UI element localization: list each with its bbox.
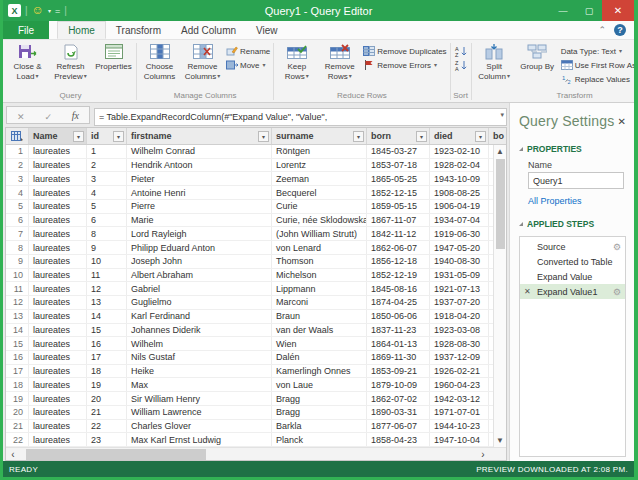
help-icon[interactable]: ?	[614, 24, 626, 36]
table-cell[interactable]: Planck	[272, 433, 367, 446]
keep-rows-button[interactable]: Keep Rows	[275, 41, 318, 90]
table-row[interactable]: 1laureates1Wilhelm ConradRöntgen1845-03-…	[6, 145, 506, 159]
table-row[interactable]: 4laureates4Antoine HenriBecquerel1852-12…	[6, 186, 506, 200]
move-button[interactable]: Move	[224, 58, 272, 72]
row-number[interactable]: 9	[6, 255, 29, 268]
minimize-button[interactable]: —	[550, 0, 576, 21]
table-cell[interactable]: laureates	[29, 227, 87, 240]
table-cell[interactable]: 1942-03-12	[430, 392, 489, 405]
rename-button[interactable]: Rename	[224, 44, 272, 58]
row-number[interactable]: 6	[6, 214, 29, 227]
table-cell[interactable]: laureates	[29, 420, 87, 433]
table-cell[interactable]: 1852-12-19	[367, 269, 430, 282]
table-cell[interactable]: laureates	[29, 365, 87, 378]
table-cell[interactable]: Bragg	[272, 406, 367, 419]
row-number[interactable]: 13	[6, 310, 29, 323]
table-cell[interactable]: 1947-10-04	[430, 433, 489, 446]
row-number[interactable]: 10	[6, 269, 29, 282]
pane-close-icon[interactable]: ✕	[618, 116, 626, 127]
table-cell[interactable]: Kamerlingh Onnes	[272, 365, 367, 378]
table-cell[interactable]: laureates	[29, 186, 87, 199]
row-number[interactable]: 8	[6, 241, 29, 254]
row-number[interactable]: 3	[6, 172, 29, 185]
table-row[interactable]: 10laureates11Albert AbrahamMichelson1852…	[6, 269, 506, 283]
step-settings-gear-icon[interactable]: ⚙	[613, 242, 621, 252]
table-cell[interactable]: laureates	[29, 214, 87, 227]
table-cell[interactable]: 1937-07-20	[430, 296, 489, 309]
table-cell[interactable]: laureates	[29, 145, 87, 158]
formula-accept-icon[interactable]	[44, 106, 52, 124]
maximize-button[interactable]: ▢	[576, 0, 602, 21]
table-cell[interactable]: Charles Glover	[127, 420, 272, 433]
row-number[interactable]: 17	[6, 365, 29, 378]
filter-dropdown-icon[interactable]	[353, 131, 364, 142]
table-cell[interactable]: laureates	[29, 241, 87, 254]
tab-home[interactable]: Home	[57, 21, 106, 39]
scroll-left-icon[interactable]: ‹	[6, 449, 20, 460]
table-cell[interactable]: Nils Gustaf	[127, 351, 272, 364]
table-cell[interactable]: laureates	[29, 172, 87, 185]
table-cell[interactable]: 1845-08-16	[367, 282, 430, 295]
filter-dropdown-icon[interactable]	[73, 131, 84, 142]
remove-rows-button[interactable]: Remove Rows	[318, 41, 361, 90]
formula-cancel-icon[interactable]	[17, 106, 25, 124]
table-cell[interactable]: 21	[87, 406, 127, 419]
table-row[interactable]: 18laureates19Maxvon Laue1879-10-091960-0…	[6, 378, 506, 392]
filter-dropdown-icon[interactable]	[113, 131, 124, 142]
table-cell[interactable]: 1862-06-07	[367, 241, 430, 254]
table-cell[interactable]: Dalén	[272, 351, 367, 364]
split-column-button[interactable]: Split Column	[473, 41, 516, 90]
table-cell[interactable]: Röntgen	[272, 145, 367, 158]
table-cell[interactable]: 22	[87, 420, 127, 433]
row-number[interactable]: 14	[6, 324, 29, 337]
applied-step-expand-value1[interactable]: ✕Expand Value1⚙	[520, 284, 625, 299]
table-row[interactable]: 19laureates20Sir William HenryBragg1862-…	[6, 392, 506, 406]
table-cell[interactable]: Lorentz	[272, 159, 367, 172]
table-cell[interactable]: (John William Strutt)	[272, 227, 367, 240]
row-number[interactable]: 5	[6, 200, 29, 213]
table-cell[interactable]: 1874-04-25	[367, 296, 430, 309]
horizontal-scroll-track[interactable]	[20, 448, 476, 461]
table-cell[interactable]: 1926-02-21	[430, 365, 489, 378]
row-number[interactable]: 11	[6, 282, 29, 295]
table-cell[interactable]: Curie, née Sklodowska	[272, 214, 367, 227]
table-cell[interactable]: 17	[87, 351, 127, 364]
table-cell[interactable]: 1890-03-31	[367, 406, 430, 419]
query-name-input[interactable]	[528, 172, 624, 189]
table-cell[interactable]: 1944-10-23	[430, 420, 489, 433]
table-cell[interactable]: Lord Rayleigh	[127, 227, 272, 240]
table-cell[interactable]: Curie	[272, 200, 367, 213]
table-cell[interactable]: 10	[87, 255, 127, 268]
table-cell[interactable]: 9	[87, 241, 127, 254]
table-cell[interactable]: Marie	[127, 214, 272, 227]
table-row[interactable]: 13laureates14Karl FerdinandBraun1850-06-…	[6, 310, 506, 324]
table-cell[interactable]: Wilhelm	[127, 337, 272, 350]
properties-section-header[interactable]: PROPERTIES	[519, 144, 626, 154]
table-cell[interactable]: 12	[87, 282, 127, 295]
horizontal-scroll-thumb[interactable]	[26, 449, 206, 460]
table-cell[interactable]: Barkla	[272, 420, 367, 433]
table-cell[interactable]: Marconi	[272, 296, 367, 309]
vertical-scrollbar[interactable]: ▲ ▼	[493, 145, 506, 447]
table-cell[interactable]: 1865-05-25	[367, 172, 430, 185]
table-cell[interactable]: Philipp Eduard Anton	[127, 241, 272, 254]
table-cell[interactable]: Pierre	[127, 200, 272, 213]
column-header-born[interactable]: born	[367, 128, 430, 144]
table-cell[interactable]: Becquerel	[272, 186, 367, 199]
table-cell[interactable]: 1943-10-09	[430, 172, 489, 185]
table-cell[interactable]: Lippmann	[272, 282, 367, 295]
select-all-corner[interactable]	[6, 128, 29, 144]
remove-columns-button[interactable]: Remove Columns	[181, 41, 224, 90]
row-number[interactable]: 2	[6, 159, 29, 172]
table-cell[interactable]: 1960-04-23	[430, 378, 489, 391]
table-cell[interactable]: 1906-04-19	[430, 200, 489, 213]
data-type-button[interactable]: Data Type: Text	[559, 44, 634, 58]
table-cell[interactable]: 18	[87, 365, 127, 378]
table-cell[interactable]: Braun	[272, 310, 367, 323]
table-row[interactable]: 5laureates5PierreCurie1859-05-151906-04-…	[6, 200, 506, 214]
table-cell[interactable]: Wien	[272, 337, 367, 350]
table-cell[interactable]: 1923-03-08	[430, 324, 489, 337]
filter-dropdown-icon[interactable]	[416, 131, 427, 142]
table-cell[interactable]: Hendrik Antoon	[127, 159, 272, 172]
column-header-Name[interactable]: Name	[29, 128, 87, 144]
